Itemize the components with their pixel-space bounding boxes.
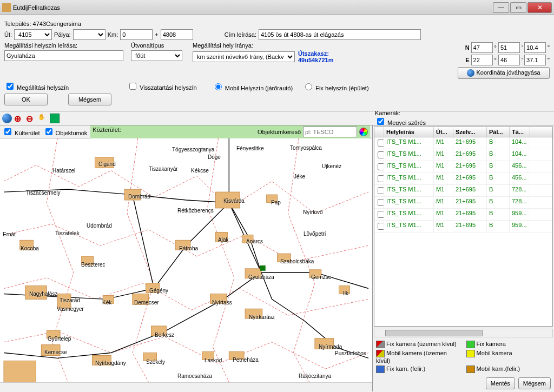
fixcam-out-icon: [376, 341, 385, 348]
fixcam-felir-icon: [376, 366, 385, 373]
cb-megall[interactable]: Megállítási helyszín: [4, 81, 69, 91]
table-row[interactable]: ITS_TS M1...M121+695B728...: [374, 185, 552, 197]
maximize-button[interactable]: ▭: [510, 2, 526, 13]
table-row[interactable]: ITS_TS M1...M121+695B728...: [374, 197, 552, 209]
cb-kulterulet[interactable]: Külterület: [2, 127, 40, 137]
cb-objektumok[interactable]: Objektumok: [43, 127, 88, 137]
svg-rect-30: [260, 265, 266, 271]
table-row[interactable]: ITS_TS M1...M121+695B959...: [374, 221, 552, 232]
ut-select[interactable]: 4105: [14, 29, 52, 40]
grid-col-check[interactable]: [374, 127, 384, 137]
table-row[interactable]: ITS_TS M1...M121+695B104...: [374, 149, 552, 161]
city-label: Nyírlövő: [303, 209, 323, 215]
city-label: Határszel: [52, 168, 75, 174]
grid-col-tav[interactable]: Tá...: [510, 127, 530, 137]
grid-h-scrollbar[interactable]: [374, 329, 553, 337]
svg-rect-29: [4, 361, 36, 382]
cim-input[interactable]: [259, 29, 421, 40]
row-checkbox[interactable]: [378, 163, 384, 170]
ok-button[interactable]: OK: [4, 94, 48, 105]
city-label: Nyírkarász: [249, 314, 275, 320]
city-label: Cigánd: [98, 161, 116, 167]
n-label: N: [465, 44, 470, 51]
km-from-input[interactable]: [120, 29, 153, 40]
utvonal-label: Útvonaltípus: [131, 42, 190, 49]
grid-col-hely[interactable]: Helyleírás: [384, 127, 434, 137]
grid-col-ut[interactable]: Út...: [434, 127, 453, 137]
table-row[interactable]: ITS_TS M1...M121+695B104...: [374, 137, 552, 149]
city-label: Petneháza: [233, 357, 259, 363]
e-deg-input[interactable]: [471, 55, 493, 65]
row-checkbox[interactable]: [378, 211, 384, 218]
globe-icon[interactable]: [2, 114, 12, 123]
row-checkbox[interactable]: [378, 175, 384, 182]
city-label: Tögyesszogtanya: [172, 147, 214, 152]
city-label: Tiszarád: [60, 297, 80, 303]
cancel-button[interactable]: Mégsem: [68, 94, 111, 105]
row-checkbox[interactable]: [378, 199, 384, 206]
pan-icon[interactable]: ✋: [38, 114, 48, 123]
utvonal-select[interactable]: főút: [131, 50, 182, 61]
row-checkbox[interactable]: [378, 139, 384, 147]
grid-col-palya[interactable]: Pál...: [487, 127, 510, 137]
city-label: Gégény: [149, 288, 168, 294]
e-sec-input[interactable]: [524, 55, 546, 65]
zoom-in-icon[interactable]: ⊕: [14, 114, 24, 123]
utszakasz-link[interactable]: Útszakasz: 49u54k721m: [298, 50, 333, 63]
n-sec-input[interactable]: [524, 42, 546, 53]
layers-icon[interactable]: [50, 114, 60, 123]
city-label: Kék: [102, 300, 111, 305]
table-row[interactable]: ITS_TS M1...M121+695B456...: [374, 161, 552, 173]
table-row[interactable]: ITS_TS M1...M121+695B456...: [374, 173, 552, 185]
e-label: E: [465, 57, 469, 63]
city-label: Vasmegyer: [57, 306, 84, 312]
city-label: Beszterec: [81, 262, 105, 268]
city-label: Pátroha: [179, 245, 198, 251]
map-panel: Külterület Objektumok Közterület: Objekt…: [0, 125, 373, 391]
n-deg-input[interactable]: [471, 42, 493, 53]
city-label: Ajak: [218, 237, 228, 243]
cb-vissza[interactable]: Visszatartási helyszín: [127, 81, 197, 91]
city-label: Berkesz: [155, 332, 174, 338]
approve-coord-button[interactable]: Koordináta jóváhagyása: [458, 67, 550, 79]
minimize-button[interactable]: —: [493, 2, 509, 13]
color-picker-icon[interactable]: [359, 128, 368, 136]
close-button[interactable]: ✕: [527, 2, 552, 13]
city-label: Gyürtelep: [48, 336, 71, 342]
objkereso-input[interactable]: [303, 127, 357, 137]
city-label: Fényeslitke: [236, 145, 264, 151]
titlebar: EutdijFeliratkozas — ▭ ✕: [0, 0, 554, 15]
mobilcam-felir-icon: [466, 366, 475, 373]
row-checkbox[interactable]: [378, 151, 384, 158]
cim-label: Cím leírása:: [225, 31, 256, 38]
grid-col-szelv[interactable]: Szelv...: [453, 127, 487, 137]
megall-desc-input[interactable]: [4, 50, 123, 61]
save-button[interactable]: Mentés: [486, 377, 515, 389]
zoom-out-icon[interactable]: ⊖: [26, 114, 36, 123]
row-checkbox[interactable]: [378, 223, 384, 230]
globe-icon: [467, 69, 474, 77]
map-h-scrollbar[interactable]: [0, 382, 372, 391]
irany-select[interactable]: km szerint növekvő Irány, (Backv: [193, 51, 295, 62]
cancel2-button[interactable]: Mégsem: [518, 377, 551, 389]
window-controls: — ▭ ✕: [493, 2, 552, 13]
camera-grid: Helyleírás Út... Szelv... Pál... Tá... I…: [374, 127, 553, 327]
n-min-input[interactable]: [498, 42, 520, 53]
city-label: Anarcs: [246, 238, 263, 244]
city-label: Tiszakanyár: [149, 166, 178, 172]
palya-select[interactable]: [73, 29, 105, 40]
city-label: Kocoba: [21, 245, 39, 251]
city-label: Rétközberencs: [177, 208, 214, 214]
map-canvas[interactable]: HatárszelCigándTiszakanyárTögyesszogtany…: [0, 138, 372, 382]
km-to-input[interactable]: [161, 29, 193, 40]
rb-mobil[interactable]: Mobil Helyszín (járőrautó): [212, 82, 293, 91]
row-checkbox[interactable]: [378, 187, 384, 194]
rb-fix[interactable]: Fix helyszín (épület): [302, 82, 369, 91]
city-label: Rákóczitanya: [299, 373, 331, 379]
settlement-label: Település: 4743Csengersima: [4, 21, 81, 27]
camera-panel: Helyleírás Út... Szelv... Pál... Tá... I…: [373, 125, 554, 391]
city-label: Tiszacsermely: [26, 190, 61, 196]
e-min-input[interactable]: [498, 55, 520, 65]
table-row[interactable]: ITS_TS M1...M121+695B959...: [374, 209, 552, 221]
city-label: Dombrád: [128, 194, 150, 200]
